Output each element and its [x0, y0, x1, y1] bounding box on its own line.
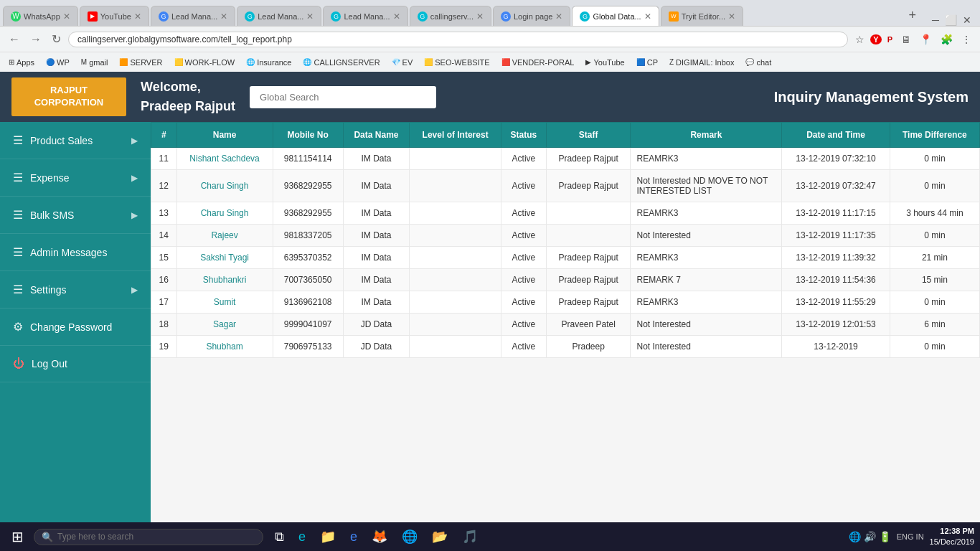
bookmark-work-flow[interactable]: 🟨WORK-FLOW: [171, 57, 238, 68]
tab-loginpage[interactable]: G Login page ✕: [493, 6, 570, 26]
bookmark-gmail[interactable]: Mgmail: [78, 57, 111, 68]
tab-label-loginpage: Login page: [514, 12, 552, 21]
sidebar-item-product-sales[interactable]: ☰ Product Sales ▶: [0, 122, 151, 159]
chrome-button[interactable]: 🌐: [397, 526, 422, 547]
bookmark-chat[interactable]: 💬chat: [743, 57, 774, 68]
sidebar-item-admin-messages[interactable]: ☰ Admin Messages: [0, 234, 151, 271]
file-button[interactable]: 📁: [316, 526, 340, 547]
cell-7-7: Not Interested: [631, 314, 782, 336]
cell-5-2: 7007365050: [273, 269, 343, 291]
tab-close-leadmana2[interactable]: ✕: [306, 11, 314, 22]
firefox-button[interactable]: 🦊: [367, 526, 392, 547]
start-button[interactable]: ⊞: [6, 525, 29, 548]
bookmark-favicon: Z: [669, 58, 674, 66]
volume-icon[interactable]: 🔊: [864, 531, 876, 542]
cell-7-2: 9999041097: [273, 314, 343, 336]
tab-close-youtube[interactable]: ✕: [134, 11, 141, 22]
maps-icon[interactable]: 📍: [917, 32, 935, 47]
cell-6-3: IM Data: [343, 291, 410, 314]
cell-3-1[interactable]: Rajeev: [176, 225, 273, 247]
extension-icon[interactable]: 🧩: [938, 32, 956, 47]
sidebar-item-change-password[interactable]: ⚙ Change Password: [0, 309, 151, 346]
cell-2-1[interactable]: Charu Singh: [176, 202, 273, 225]
cell-8-1[interactable]: Shubham: [176, 336, 273, 358]
tab-close-whatsapp[interactable]: ✕: [63, 11, 70, 22]
tab-tryit[interactable]: W Tryit Editor... ✕: [661, 6, 743, 26]
network-icon[interactable]: 🌐: [849, 531, 861, 542]
taskbar-search[interactable]: 🔍: [34, 529, 263, 545]
bookmark-youtube[interactable]: ▶YouTube: [583, 57, 627, 68]
tab-whatsapp[interactable]: W WhatsApp ✕: [3, 6, 78, 26]
cell-1-1[interactable]: Charu Singh: [176, 170, 273, 202]
bookmark-favicon: 🟦: [636, 58, 645, 66]
cell-6-1[interactable]: Sumit: [176, 291, 273, 314]
sidebar-item-log-out[interactable]: ⏻ Log Out: [0, 346, 151, 382]
star-icon[interactable]: ☆: [852, 32, 867, 47]
system-title: Inquiry Management System: [774, 89, 969, 105]
maximize-button[interactable]: ⬜: [945, 14, 957, 26]
col-header-level-of-interest: Level of Interest: [410, 123, 501, 148]
back-button[interactable]: ←: [6, 32, 23, 47]
cell-7-1[interactable]: Sagar: [176, 314, 273, 336]
tab-close-leadmana3[interactable]: ✕: [393, 11, 400, 22]
taskbar-right: 🌐 🔊 🔋 ENG IN 12:38 PM 15/Dec/2019: [849, 526, 974, 548]
bookmark-cp[interactable]: 🟦CP: [633, 57, 661, 68]
bookmark-seo-website[interactable]: 🟨SEO-WEBSITE: [421, 57, 492, 68]
tab-close-tryit[interactable]: ✕: [728, 11, 735, 22]
col-header-data-name: Data Name: [343, 123, 410, 148]
search-box[interactable]: [250, 86, 436, 108]
battery-icon[interactable]: 🔋: [879, 531, 891, 542]
tab-label-globaldata: Global Data...: [593, 12, 641, 21]
sidebar-item-settings[interactable]: ☰ Settings ▶: [0, 271, 151, 309]
tab-leadmana1[interactable]: G Lead Mana... ✕: [151, 6, 235, 26]
table-row: 11Nishant Sachdeva9811154114IM DataActiv…: [151, 148, 980, 170]
sidebar-label-product-sales: Product Sales: [30, 135, 93, 146]
sidebar-item-expense[interactable]: ☰ Expense ▶: [0, 159, 151, 197]
tab-leadmana3[interactable]: G Lead Mana... ✕: [323, 6, 407, 26]
tab-close-loginpage[interactable]: ✕: [555, 11, 562, 22]
cell-5-6: Pradeep Rajput: [546, 269, 631, 291]
bookmark-server[interactable]: 🟧SERVER: [116, 57, 165, 68]
task-view-button[interactable]: ⧉: [270, 527, 288, 547]
folder2-button[interactable]: 📂: [428, 526, 452, 547]
screenshot-icon[interactable]: 🖥: [898, 32, 914, 47]
cell-4-1[interactable]: Sakshi Tyagi: [176, 247, 273, 269]
bookmark-ev[interactable]: 💎EV: [389, 57, 416, 68]
tab-callingserv[interactable]: G callingserv... ✕: [410, 6, 491, 26]
cell-0-3: IM Data: [343, 148, 410, 170]
close-button[interactable]: ✕: [963, 14, 971, 26]
media-button[interactable]: 🎵: [458, 526, 482, 547]
bookmark-digimail:-inbox[interactable]: ZDIGIMAIL: Inbox: [666, 57, 737, 68]
bookmark-wp[interactable]: 🔵WP: [43, 57, 72, 68]
new-tab-button[interactable]: +: [905, 8, 921, 23]
ie-button[interactable]: e: [346, 527, 362, 547]
address-input[interactable]: [68, 32, 848, 47]
tab-close-globaldata[interactable]: ✕: [644, 11, 651, 22]
bookmark-apps[interactable]: ⊞Apps: [6, 57, 37, 68]
tab-close-leadmana1[interactable]: ✕: [220, 11, 227, 22]
bookmark-favicon: ▶: [585, 58, 591, 66]
pdf-icon[interactable]: P: [885, 34, 895, 45]
reload-button[interactable]: ↻: [49, 31, 64, 47]
cell-8-0: 19: [151, 336, 177, 358]
cell-4-7: REAMRK3: [631, 247, 782, 269]
bookmark-label: DIGIMAIL: Inbox: [676, 58, 734, 67]
menu-icon[interactable]: ⋮: [958, 32, 974, 47]
tab-close-callingserv[interactable]: ✕: [476, 11, 484, 22]
bookmark-callignserver[interactable]: 🌐CALLIGNSERVER: [300, 57, 382, 68]
minimize-button[interactable]: ─: [932, 14, 939, 26]
sidebar-item-bulk-sms[interactable]: ☰ Bulk SMS ▶: [0, 197, 151, 234]
edge-button[interactable]: e: [294, 527, 310, 547]
taskbar-search-input[interactable]: [57, 532, 237, 542]
cell-0-1[interactable]: Nishant Sachdeva: [176, 148, 273, 170]
bookmark-insurance[interactable]: 🌐Insurance: [243, 57, 294, 68]
tab-globaldata[interactable]: G Global Data... ✕: [572, 6, 659, 26]
yam-icon[interactable]: Y: [870, 34, 881, 44]
bookmark-vender-poral[interactable]: 🟥VENDER-PORAL: [499, 57, 578, 68]
global-search-input[interactable]: [250, 86, 436, 108]
cell-5-1[interactable]: Shubhankri: [176, 269, 273, 291]
tab-youtube[interactable]: ▶ YouTube ✕: [80, 6, 149, 26]
cell-7-9: 6 min: [890, 314, 979, 336]
tab-leadmana2[interactable]: G Lead Mana... ✕: [237, 6, 321, 26]
forward-button[interactable]: →: [27, 32, 44, 47]
